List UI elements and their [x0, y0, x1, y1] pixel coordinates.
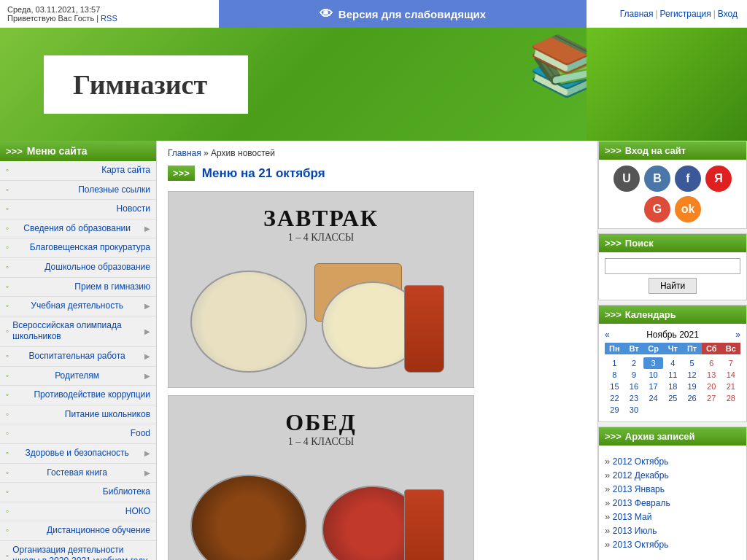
sidebar-arrows: >>> — [6, 146, 23, 157]
rss-link[interactable]: RSS — [101, 14, 117, 23]
calendar-day[interactable]: 24 — [643, 392, 663, 404]
calendar-nav: « Ноябрь 2021 » — [605, 330, 740, 340]
sidebar-menu-item[interactable]: Сведения об образовании▶ — [0, 219, 156, 238]
calendar-day[interactable]: 17 — [643, 381, 663, 392]
calendar-day — [721, 404, 740, 416]
calendar-day[interactable]: 10 — [643, 369, 663, 381]
sidebar-menu-item[interactable]: Карта сайта — [0, 161, 156, 180]
calendar-weekday: Чт — [663, 343, 682, 354]
login-link[interactable]: Вход — [718, 9, 738, 19]
sidebar-menu-item[interactable]: Гостевая книга▶ — [0, 464, 156, 483]
calendar-day[interactable]: 25 — [663, 392, 682, 404]
article-title-link[interactable]: Меню на 21 октября — [202, 166, 325, 181]
calendar-day[interactable]: 15 — [605, 381, 624, 392]
calendar-day[interactable]: 30 — [624, 404, 643, 416]
social-login-yandex[interactable]: Я — [705, 166, 732, 192]
sidebar-menu-item[interactable]: Противодействие коррупции — [0, 386, 156, 405]
calendar-day[interactable]: 18 — [663, 381, 682, 392]
calendar-day[interactable]: 11 — [663, 369, 682, 381]
plate3 — [190, 475, 307, 560]
calendar-day[interactable]: 7 — [721, 357, 740, 369]
calendar-day[interactable]: 16 — [624, 381, 643, 392]
social-login-vkontakte[interactable]: В — [644, 166, 670, 192]
lunch-image: ОБЕД 1 – 4 КЛАССЫ — [168, 395, 474, 560]
submenu-arrow-icon: ▶ — [144, 224, 150, 233]
sidebar-menu-item[interactable]: Прием в гимназию — [0, 278, 156, 297]
calendar-widget-body: « Ноябрь 2021 » ПнВтСрЧтПтСбВс1234567891… — [599, 324, 746, 421]
sidebar-menu-item[interactable]: Воспитательная работа▶ — [0, 347, 156, 366]
social-login-odnoklassniki[interactable]: ok — [675, 196, 701, 222]
glass1 — [404, 285, 444, 373]
calendar-day[interactable]: 27 — [702, 392, 721, 404]
submenu-arrow-icon: ▶ — [144, 351, 150, 361]
article-title-bar: >>> Меню на 21 октября — [168, 166, 587, 181]
sidebar-menu-item[interactable]: Новости — [0, 200, 156, 219]
search-widget-title: >>> Поиск — [599, 234, 746, 252]
calendar-day[interactable]: 14 — [721, 369, 740, 381]
calendar-day[interactable]: 1 — [605, 357, 624, 369]
sidebar-menu-item[interactable]: Здоровье и безопасность▶ — [0, 444, 156, 463]
calendar-day[interactable]: 22 — [605, 392, 624, 404]
vision-accessibility-button[interactable]: 👁 Версия для слабовидящих — [219, 0, 587, 28]
sidebar-menu-item[interactable]: Всероссийская олимпиада школьников▶ — [0, 316, 156, 346]
archive-link[interactable]: 2013 Февраль — [613, 498, 670, 508]
sidebar-menu-item[interactable]: НОКО — [0, 502, 156, 521]
sidebar-menu-item[interactable]: Родителям▶ — [0, 367, 156, 386]
green-accent — [587, 28, 747, 141]
calendar-day[interactable]: 28 — [721, 392, 740, 404]
calendar-prev[interactable]: « — [605, 330, 610, 340]
home-link[interactable]: Главная — [620, 9, 654, 19]
sidebar-menu-item[interactable]: Food — [0, 424, 156, 443]
site-title: Гимназист — [73, 69, 207, 100]
calendar-day[interactable]: 3 — [643, 357, 663, 369]
sidebar-menu-item[interactable]: Дистанционное обучение — [0, 521, 156, 540]
calendar-day[interactable]: 20 — [702, 381, 721, 392]
archive-link[interactable]: 2013 Май — [613, 512, 652, 522]
sidebar-menu-item[interactable]: Учебная деятельность▶ — [0, 297, 156, 316]
search-button[interactable]: Найти — [649, 278, 697, 294]
social-login-google[interactable]: G — [644, 196, 670, 222]
sidebar-menu-item[interactable]: Благовещенская прокуратура — [0, 238, 156, 257]
list-item: Здоровье и безопасность▶ — [0, 444, 156, 464]
calendar-day[interactable]: 8 — [605, 369, 624, 381]
calendar-arrows: >>> — [605, 309, 622, 320]
calendar-day[interactable]: 4 — [663, 357, 682, 369]
sidebar-menu-item[interactable]: Полезные ссылки — [0, 181, 156, 200]
submenu-arrow-icon: ▶ — [144, 448, 150, 458]
header-top: Среда, 03.11.2021, 13:57 Приветствую Вас… — [0, 0, 747, 28]
list-item: Питание школьников — [0, 405, 156, 425]
archive-link[interactable]: 2013 Январь — [613, 484, 665, 494]
calendar-weekday: Пн — [605, 343, 624, 354]
sidebar-menu-item[interactable]: Дошкольное образование — [0, 258, 156, 277]
calendar-day[interactable]: 23 — [624, 392, 643, 404]
archive-link[interactable]: 2012 Октябрь — [613, 456, 669, 467]
calendar-table: ПнВтСрЧтПтСбВс12345678910111213141516171… — [605, 343, 740, 416]
archive-link[interactable]: 2013 Октябрь — [613, 540, 669, 550]
search-input[interactable] — [605, 258, 740, 274]
food-images: ЗАВТРАК 1 – 4 КЛАССЫ ОБЕД 1 – 4 КЛАССЫ — [168, 191, 587, 560]
calendar-day[interactable]: 29 — [605, 404, 624, 416]
calendar-day[interactable]: 13 — [702, 369, 721, 381]
calendar-day[interactable]: 9 — [624, 369, 643, 381]
calendar-day[interactable]: 2 — [624, 357, 643, 369]
list-item: Гостевая книга▶ — [0, 464, 156, 483]
sidebar-menu-item[interactable]: Организация деятельности школы в 2020-20… — [0, 541, 156, 560]
list-item: 2013 Октябрь — [605, 537, 740, 551]
calendar-weekday: Ср — [643, 343, 663, 354]
social-login-ulogin[interactable]: U — [614, 166, 640, 192]
calendar-next[interactable]: » — [735, 330, 740, 340]
list-item: Прием в гимназию — [0, 278, 156, 298]
register-link[interactable]: Регистрация — [660, 9, 711, 19]
calendar-day[interactable]: 12 — [682, 369, 701, 381]
social-login-facebook[interactable]: f — [675, 166, 701, 192]
calendar-day[interactable]: 5 — [682, 357, 701, 369]
breadcrumb-home[interactable]: Главная — [168, 148, 201, 158]
sidebar-menu-item[interactable]: Питание школьников — [0, 405, 156, 424]
calendar-day[interactable]: 26 — [682, 392, 701, 404]
calendar-day[interactable]: 19 — [682, 381, 701, 392]
sidebar-menu-item[interactable]: Библиотека — [0, 483, 156, 502]
calendar-day[interactable]: 6 — [702, 357, 721, 369]
calendar-day[interactable]: 21 — [721, 381, 740, 392]
archive-link[interactable]: 2012 Декабрь — [613, 470, 669, 481]
archive-link[interactable]: 2013 Июль — [613, 526, 657, 536]
